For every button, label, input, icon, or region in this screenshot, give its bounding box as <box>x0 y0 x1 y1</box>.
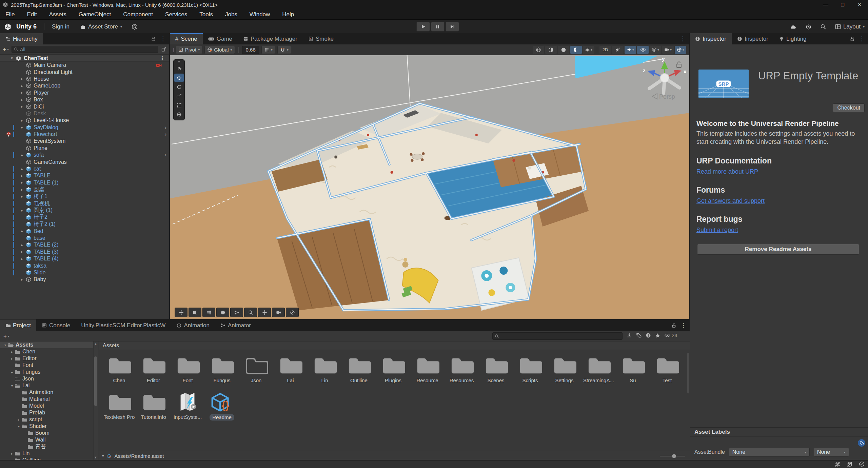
expand-arrow-icon[interactable]: ▸ <box>20 180 24 185</box>
assetbundle-dropdown[interactable]: None ▾ <box>729 448 810 456</box>
move-tool-button[interactable] <box>174 74 184 82</box>
tree-item[interactable]: ▾Shader <box>0 423 98 430</box>
expand-arrow-icon[interactable]: ▸ <box>20 118 24 123</box>
scene-header-row[interactable]: ▾ ChenTest ⋮ <box>0 55 169 62</box>
search-overlay-button[interactable] <box>244 308 257 317</box>
camera-settings-dropdown[interactable]: ▾ <box>662 46 674 54</box>
close-button[interactable]: × <box>851 0 868 9</box>
expand-arrow-icon[interactable]: ▾ <box>3 343 8 347</box>
menu-assets[interactable]: Assets <box>49 11 66 18</box>
expand-arrow-icon[interactable]: ▾ <box>9 384 15 388</box>
tree-item[interactable]: Prefab <box>0 409 98 416</box>
expand-arrow-icon[interactable]: ▸ <box>20 277 24 282</box>
hierarchy-item[interactable]: ▸TABLE (4) <box>0 255 169 262</box>
hierarchy-item[interactable]: ▸TABLE <box>0 172 169 179</box>
hierarchy-item[interactable]: ▸圆桌 <box>0 186 169 193</box>
axis-z-label[interactable]: z <box>643 67 645 73</box>
tree-item-assets[interactable]: ▾Assets <box>0 342 98 348</box>
audio-mute-button[interactable] <box>612 46 624 54</box>
view-tool-button[interactable] <box>174 64 184 73</box>
gizmos-dropdown[interactable]: ▾ <box>675 46 686 54</box>
snap-dropdown[interactable]: ▾ <box>277 46 291 54</box>
lighting-toggle-button[interactable] <box>570 46 582 54</box>
menu-jobs[interactable]: Jobs <box>225 11 237 18</box>
hierarchy-item[interactable]: ▸GameLoop <box>0 82 169 89</box>
asset-folder-chen[interactable]: Chen <box>102 350 136 383</box>
grid-visibility-dropdown[interactable]: ▾ <box>261 46 275 54</box>
cloud-icon[interactable] <box>790 24 796 30</box>
scrollbar-thumb[interactable] <box>94 356 97 406</box>
asset-folder-fungus[interactable]: Fungus <box>205 350 239 383</box>
hierarchy-item[interactable]: ▸Bed <box>0 228 169 234</box>
expand-arrow-icon[interactable]: ▸ <box>20 167 24 171</box>
prefab-open-chevron[interactable]: › <box>164 131 166 138</box>
axis-y-label[interactable]: y <box>662 56 665 62</box>
tree-item[interactable]: Model <box>0 403 98 409</box>
expand-arrow-icon[interactable]: ▸ <box>20 91 24 95</box>
remove-readme-assets-button[interactable]: Remove Readme Assets <box>697 244 859 255</box>
prefab-open-chevron[interactable]: › <box>164 152 166 158</box>
grid-snap-button[interactable] <box>202 308 215 317</box>
tab-console[interactable]: Console <box>36 319 76 331</box>
shading-wireframe-button[interactable] <box>533 46 544 54</box>
project-search-input[interactable] <box>492 332 623 340</box>
tab-project[interactable]: Project <box>0 319 36 331</box>
expand-arrow-icon[interactable]: ▾ <box>9 56 14 60</box>
hierarchy-item[interactable]: ▸TABLE (3) <box>0 249 169 255</box>
expand-arrow-icon[interactable]: ▸ <box>20 188 24 192</box>
drag-handle-icon[interactable]: || <box>173 47 174 52</box>
assets-scrollbar[interactable] <box>687 350 690 452</box>
disabled-overlay-button[interactable] <box>286 308 299 317</box>
more-menu-icon[interactable]: ⋮ <box>160 35 166 42</box>
asset-folder-editor[interactable]: Editor <box>136 350 171 383</box>
drag-handle-icon[interactable]: ≡ <box>178 60 180 64</box>
asset-folder-plugins[interactable]: Plugins <box>376 350 410 383</box>
asset-folder-su[interactable]: Su <box>616 350 650 383</box>
expand-arrow-icon[interactable]: ▸ <box>9 350 15 354</box>
alert-icon[interactable] <box>646 333 651 338</box>
rect-tool-button[interactable] <box>174 101 184 110</box>
asset-store-button[interactable]: Asset Store ▾ <box>80 23 122 30</box>
split-view-button[interactable] <box>189 308 201 317</box>
asset-folder-font[interactable]: Font <box>171 350 205 383</box>
menu-gameobject[interactable]: GameObject <box>79 11 111 18</box>
expand-arrow-icon[interactable]: ▸ <box>20 243 24 247</box>
create-asset-button[interactable]: + ▾ <box>3 333 9 340</box>
hierarchy-item[interactable]: EventSystem <box>0 138 169 144</box>
expand-arrow-icon[interactable]: ▸ <box>20 229 24 233</box>
sphere-view-button[interactable] <box>216 308 229 317</box>
more-menu-icon[interactable]: ⋮ <box>680 322 686 329</box>
tag-icon[interactable] <box>636 333 642 338</box>
expand-arrow-icon[interactable]: ▸ <box>20 208 24 213</box>
tab-hierarchy[interactable]: Hierarchy <box>0 33 43 44</box>
tab-package-manager[interactable]: Package Manager <box>238 33 303 44</box>
slider-knob[interactable] <box>672 454 676 458</box>
move-overlay-button[interactable] <box>258 308 271 317</box>
asset-folder-test[interactable]: Test <box>650 350 684 383</box>
history-icon[interactable] <box>805 24 811 30</box>
hierarchy-item[interactable]: base <box>0 235 169 241</box>
hierarchy-item[interactable]: ▸Box <box>0 96 169 103</box>
step-button[interactable] <box>446 22 459 32</box>
hierarchy-item[interactable]: 椅子2 <box>0 214 169 221</box>
shading-mixed-button[interactable] <box>545 46 557 54</box>
sign-in-button[interactable]: Sign in <box>52 23 70 30</box>
hierarchy-item[interactable]: taksa <box>0 262 169 269</box>
tree-item[interactable]: Matierial <box>0 396 98 403</box>
tree-item[interactable]: Json <box>0 375 98 382</box>
lock-icon[interactable] <box>671 323 676 328</box>
asset-folder-settings[interactable]: Settings <box>547 350 581 383</box>
tab-inspector-2[interactable]: Inspector <box>732 33 774 44</box>
hierarchy-item[interactable]: Plane <box>0 145 169 152</box>
prefab-open-chevron[interactable]: › <box>164 124 166 131</box>
tree-item[interactable]: ▾Lai <box>0 382 98 389</box>
axis-x-label[interactable]: x <box>684 69 687 74</box>
asset-folder-json[interactable]: Json <box>239 350 273 383</box>
hierarchy-item[interactable]: ▸sofa› <box>0 152 169 158</box>
tree-item[interactable]: ▸script <box>0 416 98 423</box>
hierarchy-item[interactable]: ▸SayDialog› <box>0 124 169 131</box>
tab-smoke[interactable]: Smoke <box>303 33 339 44</box>
tree-item[interactable]: 青苔 <box>0 443 98 450</box>
asset-folder-scenes[interactable]: Scenes <box>479 350 513 383</box>
asset-folder-scripts[interactable]: Scripts <box>513 350 547 383</box>
